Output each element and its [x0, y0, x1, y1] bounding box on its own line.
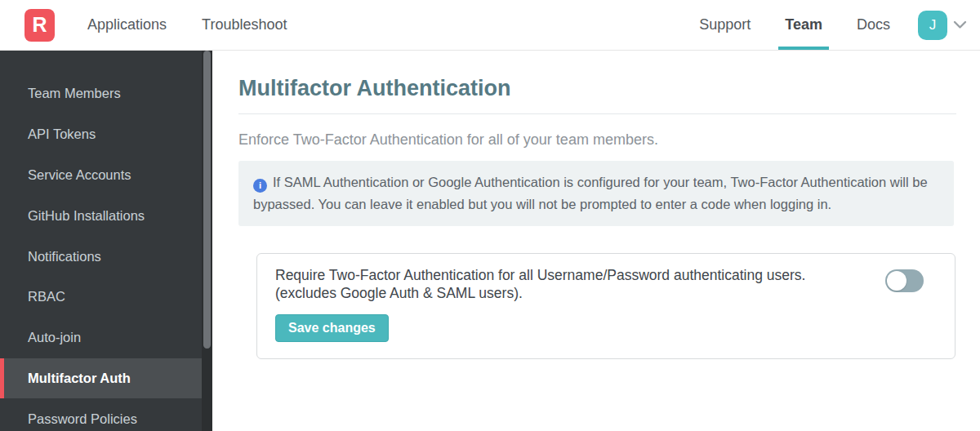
info-circle-icon: i	[253, 179, 267, 193]
sidebar-item-service-accounts[interactable]: Service Accounts	[0, 155, 212, 196]
user-menu[interactable]: J	[918, 0, 967, 50]
sidebar-item-github-installations[interactable]: GitHub Installations	[0, 195, 212, 236]
nav-support[interactable]: Support	[693, 0, 757, 50]
nav-docs[interactable]: Docs	[850, 0, 897, 50]
sidebar-item-multifactor-auth[interactable]: Multifactor Auth	[0, 358, 202, 399]
secondary-nav: Support Team Docs J	[693, 0, 967, 50]
sidebar-item-notifications[interactable]: Notifications	[0, 236, 212, 277]
sidebar-item-auto-join[interactable]: Auto-join	[0, 318, 212, 358]
avatar[interactable]: J	[918, 11, 947, 40]
mfa-toggle[interactable]	[885, 269, 924, 292]
save-changes-button[interactable]: Save changes	[275, 314, 389, 342]
rollbar-logo[interactable]: R	[24, 9, 55, 42]
page-description: Enforce Two-Factor Authentication for al…	[238, 131, 980, 149]
setting-label-line1: Require Two-Factor Authentication for al…	[275, 267, 805, 285]
nav-applications[interactable]: Applications	[87, 16, 167, 33]
setting-label: Require Two-Factor Authentication for al…	[275, 267, 805, 302]
mfa-setting-card: Require Two-Factor Authentication for al…	[256, 253, 956, 359]
page-title: Multifactor Authentication	[238, 75, 980, 101]
main-content: Multifactor Authentication Enforce Two-F…	[212, 51, 980, 431]
nav-troubleshoot[interactable]: Troubleshoot	[202, 16, 287, 33]
sidebar-item-api-tokens[interactable]: API Tokens	[0, 114, 212, 155]
sidebar-item-rbac[interactable]: RBAC	[0, 277, 212, 318]
toggle-knob	[887, 271, 906, 291]
sidebar-list: Team Members API Tokens Service Accounts…	[0, 51, 212, 431]
info-banner-text: If SAML Authentication or Google Authent…	[253, 175, 928, 211]
sidebar-item-team-members[interactable]: Team Members	[0, 73, 212, 114]
sidebar-scrollbar-thumb[interactable]	[203, 51, 211, 349]
title-divider	[238, 113, 956, 114]
nav-team[interactable]: Team	[778, 0, 829, 50]
info-banner: iIf SAML Authentication or Google Authen…	[238, 161, 954, 226]
setting-label-line2: (excludes Google Auth & SAML users).	[275, 285, 805, 303]
sidebar-scrollbar-track[interactable]	[202, 51, 212, 431]
top-navbar: R Applications Troubleshoot Support Team…	[0, 0, 980, 51]
sidebar-item-password-policies[interactable]: Password Policies	[0, 398, 212, 431]
primary-nav: Applications Troubleshoot	[87, 0, 287, 50]
chevron-down-icon[interactable]	[953, 20, 967, 29]
settings-sidebar: Team Members API Tokens Service Accounts…	[0, 51, 212, 431]
